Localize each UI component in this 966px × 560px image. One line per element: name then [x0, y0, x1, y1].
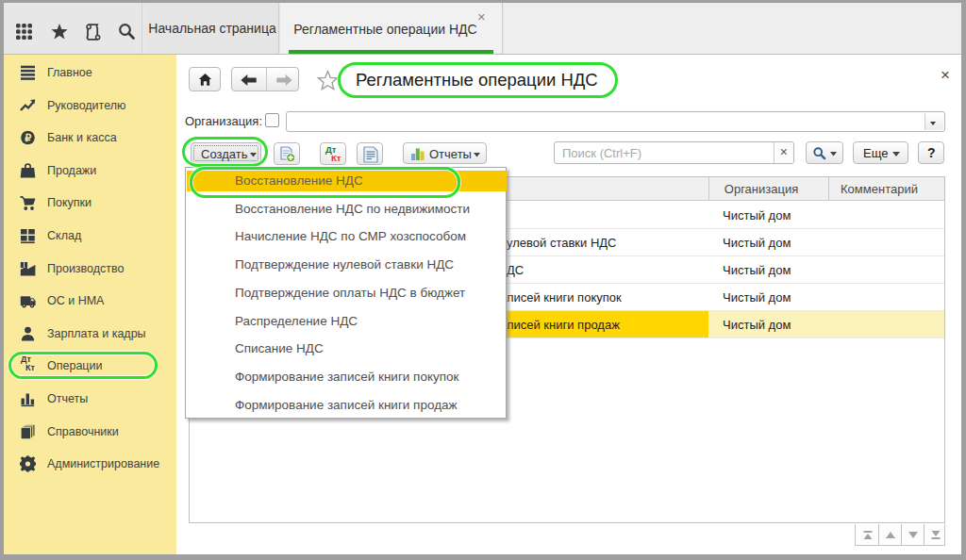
- svg-text:₽: ₽: [25, 132, 31, 143]
